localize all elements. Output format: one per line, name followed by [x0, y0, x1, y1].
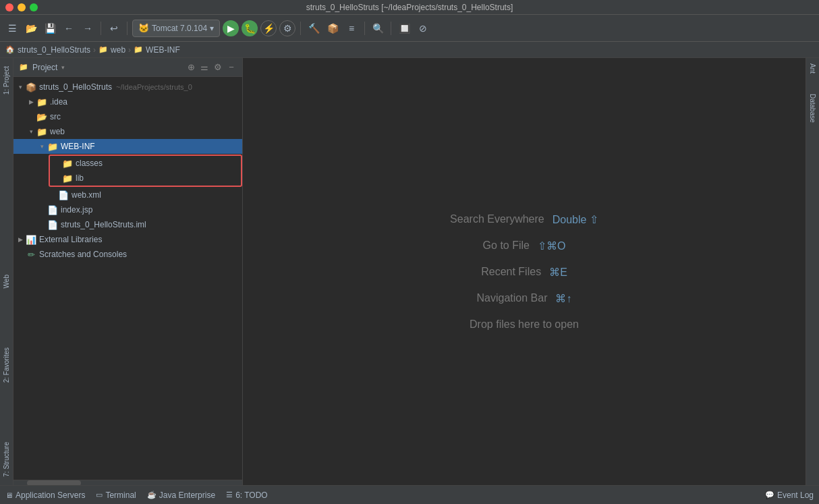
- bottom-item-todo[interactable]: ☰ 6: TODO: [226, 491, 268, 500]
- bottom-item-terminal[interactable]: ▭ Terminal: [96, 491, 136, 500]
- iml-icon: 📄: [47, 219, 58, 230]
- toolbar-menu-btn[interactable]: ☰: [4, 20, 20, 36]
- tree-item-lib[interactable]: 📁 lib: [50, 171, 241, 186]
- bottom-item-eventlog[interactable]: 💬 Event Log: [765, 491, 814, 500]
- tree-label-web: web: [50, 127, 65, 136]
- breadcrumb-web[interactable]: web: [111, 45, 125, 55]
- sidebar-tab-database[interactable]: Database: [809, 94, 816, 123]
- webxml-icon: 📄: [58, 190, 69, 200]
- appservers-icon: 🖥: [5, 491, 13, 499]
- run-config-selector[interactable]: 🐱 Tomcat 7.0.104 ▾: [132, 20, 220, 37]
- toolbar-open-btn[interactable]: 📂: [23, 20, 39, 36]
- arrow-indexjsp: [38, 206, 46, 214]
- editor-area: Search Everywhere Double ⇧ Go to File ⇧⌘…: [243, 58, 806, 485]
- bottom-item-appservers[interactable]: 🖥 Application Servers: [5, 491, 85, 500]
- arrow-root: ▾: [16, 83, 24, 91]
- tree-item-web[interactable]: ▾ 📁 web: [13, 124, 242, 139]
- settings-icon[interactable]: ⚙: [213, 62, 223, 73]
- tree-label-webinf: WEB-INF: [61, 142, 95, 151]
- terminal-label: Terminal: [105, 491, 136, 500]
- vcs-btn[interactable]: 🔲: [396, 20, 412, 36]
- traffic-lights: [5, 3, 38, 11]
- scrollbar-track[interactable]: [13, 480, 242, 485]
- hint-nav: Navigation Bar ⌘↑: [477, 292, 572, 305]
- hint-search-shortcut: Double ⇧: [553, 213, 598, 226]
- extlibs-icon: 📊: [26, 234, 36, 245]
- toolbar-back-btn[interactable]: ←: [61, 20, 77, 36]
- arrow-webinf: ▾: [38, 142, 46, 150]
- arrow-extlibs: ▶: [16, 235, 24, 244]
- structure-btn[interactable]: ≡: [343, 20, 360, 36]
- run-button[interactable]: ▶: [223, 20, 239, 36]
- tree-item-iml[interactable]: 📄 struts_0_HelloStruts.iml: [13, 217, 242, 232]
- tree-item-src[interactable]: 📂 src: [13, 109, 242, 124]
- bottom-right: 💬 Event Log: [765, 491, 814, 500]
- terminal-btn[interactable]: ⊘: [415, 20, 431, 36]
- window-title: struts_0_HelloStruts [~/IdeaProjects/str…: [306, 3, 513, 12]
- hint-recent-label: Recent Files: [481, 266, 541, 278]
- highlight-box: 📁 classes 📁 lib: [49, 155, 242, 187]
- breadcrumb-root[interactable]: struts_0_HelloStruts: [18, 45, 90, 55]
- build-btn[interactable]: 🔨: [306, 20, 322, 36]
- hint-search: Search Everywhere Double ⇧: [450, 213, 598, 226]
- breadcrumb-webinf[interactable]: WEB-INF: [146, 45, 180, 55]
- sidebar-tab-structure[interactable]: 7: Structure: [3, 439, 10, 480]
- arrow-scratches: [16, 250, 24, 258]
- hint-recent-shortcut: ⌘E: [549, 266, 567, 279]
- eventlog-label: Event Log: [777, 491, 814, 500]
- tree-item-idea[interactable]: ▶ 📁 .idea: [13, 94, 242, 109]
- close-button[interactable]: [5, 3, 13, 11]
- sep5: [391, 22, 391, 35]
- tree-item-indexjsp[interactable]: 📄 index.jsp: [13, 202, 242, 217]
- tree-item-webinf[interactable]: ▾ 📁 WEB-INF: [13, 139, 242, 154]
- sep3: [300, 22, 301, 35]
- sidebar-tab-project[interactable]: 1: Project: [3, 63, 10, 97]
- minimize-button[interactable]: [18, 3, 26, 11]
- sep1: [101, 22, 101, 35]
- project-title-arrow[interactable]: ▾: [61, 64, 65, 71]
- filter-icon[interactable]: ⚌: [199, 62, 210, 73]
- tree-item-extlibs[interactable]: ▶ 📊 External Libraries: [13, 232, 242, 247]
- appservers-label: Application Servers: [16, 491, 85, 500]
- sdk-btn[interactable]: 📦: [324, 20, 341, 36]
- maximize-button[interactable]: [30, 3, 38, 11]
- project-panel: 📁 Project ▾ ⊕ ⚌ ⚙ − ▾ 📦 struts_0_HelloSt…: [13, 58, 243, 485]
- idea-folder-icon: 📁: [36, 96, 47, 107]
- toolbar-forward-btn[interactable]: →: [80, 20, 96, 36]
- profile-button[interactable]: ⚙: [279, 20, 295, 36]
- tree-item-scratches[interactable]: ✏ Scratches and Consoles: [13, 247, 242, 262]
- debug-button[interactable]: 🐛: [242, 20, 258, 36]
- sep2: [127, 22, 128, 35]
- tree-item-classes[interactable]: 📁 classes: [50, 156, 241, 171]
- lib-folder-icon: 📁: [62, 173, 73, 184]
- bottom-item-java-enterprise[interactable]: ☕ Java Enterprise: [147, 491, 215, 500]
- arrow-lib: [53, 174, 61, 182]
- tree-label-extlibs: External Libraries: [39, 235, 102, 244]
- classes-folder-icon: 📁: [62, 158, 73, 169]
- scratches-icon: ✏: [26, 249, 36, 260]
- hint-recent: Recent Files ⌘E: [481, 266, 567, 279]
- arrow-idea: ▶: [27, 98, 35, 106]
- tree-item-root[interactable]: ▾ 📦 struts_0_HelloStruts ~/IdeaProjects/…: [13, 80, 242, 94]
- run-config-arrow: ▾: [210, 24, 214, 33]
- tree-item-webxml[interactable]: 📄 web.xml: [13, 188, 242, 202]
- coverage-button[interactable]: ⚡: [260, 20, 277, 36]
- toolbar-undo-btn[interactable]: ↩: [106, 20, 122, 36]
- hint-drop: Drop files here to open: [470, 318, 579, 331]
- sidebar-tab-web[interactable]: Web: [3, 272, 10, 291]
- sep4: [364, 22, 365, 35]
- hint-goto: Go to File ⇧⌘O: [483, 240, 566, 252]
- sidebar-tab-ant[interactable]: Ant: [809, 63, 816, 74]
- sidebar-tab-favorites[interactable]: 2: Favorites: [3, 345, 10, 385]
- arrow-iml: [38, 221, 46, 229]
- bottom-bar: 🖥 Application Servers ▭ Terminal ☕ Java …: [0, 485, 819, 504]
- toolbar-save-btn[interactable]: 💾: [42, 20, 58, 36]
- project-header-icons: ⊕ ⚌ ⚙ −: [186, 62, 237, 73]
- java-enterprise-icon: ☕: [147, 491, 157, 499]
- collapse-icon[interactable]: −: [226, 62, 237, 73]
- sync-icon[interactable]: ⊕: [186, 62, 196, 73]
- web-folder-icon: 📁: [36, 126, 47, 137]
- tree-label-indexjsp: index.jsp: [61, 205, 92, 215]
- tree-label-root-path: ~/IdeaProjects/struts_0: [116, 83, 192, 91]
- search-btn[interactable]: 🔍: [370, 20, 386, 36]
